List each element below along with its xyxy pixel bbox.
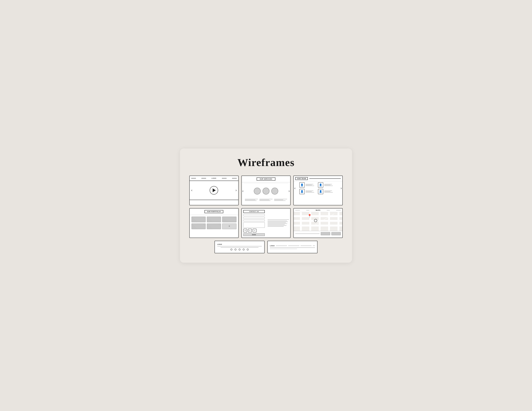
wf2-line xyxy=(245,200,255,200)
wf2-line xyxy=(245,199,258,199)
page-title: Wireframes xyxy=(189,156,343,169)
wf3-arrow-right[interactable]: › xyxy=(341,186,342,190)
wireframe-footer-2: LOGO xyxy=(267,241,317,253)
wf6-footer-btn-2[interactable] xyxy=(332,232,341,235)
wf2-arrow-left[interactable]: ‹ xyxy=(242,189,244,193)
wf1-arrow-right[interactable]: › xyxy=(236,188,237,192)
footer2-nav-line-4 xyxy=(313,245,315,246)
wf1-footer xyxy=(190,200,238,203)
wf2-arrow-right[interactable]: › xyxy=(288,189,290,193)
wf2-line xyxy=(274,199,287,199)
footer2-logo: LOGO xyxy=(270,245,275,246)
wf2-line xyxy=(259,199,273,199)
wf3-member-lines-2 xyxy=(324,184,333,186)
wf3-header: OUR TEAM xyxy=(294,176,342,181)
wf1-arrow-left[interactable]: ‹ xyxy=(191,188,192,192)
person-icon-3: 👤 xyxy=(300,190,304,193)
footer1-dots-row xyxy=(230,249,249,250)
footer2-nav-lines xyxy=(276,245,315,246)
wf3-avatar-3: 👤 xyxy=(299,189,305,194)
wf4-item-2[interactable] xyxy=(207,217,221,222)
wf2-col-3 xyxy=(274,199,287,201)
wf6-footer-line xyxy=(295,234,320,234)
map-pin-icon: 📍 xyxy=(307,214,312,218)
wf4-add-button[interactable]: + xyxy=(222,224,236,229)
footer2-top: LOGO xyxy=(270,245,315,246)
nav-line-1 xyxy=(191,178,196,178)
wf5-right-line-2 xyxy=(267,221,287,221)
wf5-input-2[interactable] xyxy=(243,217,265,219)
wf3-body: ‹ 👤 👤 xyxy=(294,181,342,195)
map-location-circle xyxy=(314,219,317,222)
wf3-role-line xyxy=(306,191,312,192)
wireframes-bottom-row: LOGO LOGO xyxy=(189,241,343,253)
wf5-input-3[interactable] xyxy=(243,220,265,221)
footer2-nav-line-3 xyxy=(301,245,312,246)
wf6-map-body: 📍 xyxy=(294,212,342,231)
person-icon-4: 👤 xyxy=(319,190,322,193)
wf3-desc-line xyxy=(306,192,314,193)
wf6-map-content: 📍 xyxy=(294,212,342,231)
wireframe-contact-us: CONTACT US f t i SEND xyxy=(241,208,291,238)
wf3-arrow-left[interactable]: ‹ xyxy=(294,186,295,190)
wf4-hatch-5 xyxy=(207,224,221,229)
wf6-header-line-right xyxy=(336,210,341,210)
footer1-dot-5 xyxy=(247,249,249,250)
facebook-icon[interactable]: f xyxy=(243,229,247,233)
wf5-title: CONTACT US xyxy=(243,210,265,213)
wf3-role-line xyxy=(324,191,331,192)
wf6-header-line-left xyxy=(295,210,300,210)
wf4-item-1[interactable] xyxy=(191,217,206,222)
wf5-input-1[interactable] xyxy=(243,214,265,216)
wf3-role-line xyxy=(306,185,312,185)
wf3-avatar-4: 👤 xyxy=(318,189,323,194)
footer1-dot-2 xyxy=(235,249,237,250)
wf2-title: OUR SERVICES xyxy=(256,177,276,181)
wf3-member-1: 👤 xyxy=(299,182,316,188)
wf5-right-line-3 xyxy=(267,222,288,222)
wf4-hatch-3 xyxy=(222,217,236,222)
wf4-title: OUR PORTFOLIO xyxy=(205,210,223,213)
wf5-right-panel xyxy=(266,208,290,238)
footer2-nav-line-1 xyxy=(276,245,287,246)
wf1-body: ‹ › xyxy=(190,181,238,200)
wf2-service-circle-2 xyxy=(263,188,269,195)
map-road-v4 xyxy=(328,212,330,231)
wf4-item-4[interactable] xyxy=(191,224,206,229)
wf2-body: ‹ › xyxy=(242,183,290,199)
person-icon-2: 👤 xyxy=(319,183,322,186)
wf6-header-line-2 xyxy=(306,210,309,210)
wf6-header-line-3 xyxy=(327,210,330,210)
wf4-item-3[interactable] xyxy=(222,217,236,222)
nav-line-3 xyxy=(222,178,227,178)
wf1-play-button[interactable] xyxy=(210,186,218,195)
map-road-v1 xyxy=(300,212,302,231)
wf3-member-lines-3 xyxy=(306,191,314,193)
wf3-name-line xyxy=(324,184,332,184)
wf2-line xyxy=(274,200,283,200)
wf5-textarea[interactable] xyxy=(243,222,265,228)
wf5-left-panel: CONTACT US f t i SEND xyxy=(242,208,266,238)
wireframe-video-slider: LOGO ‹ › xyxy=(189,176,239,205)
wf3-desc-line xyxy=(324,186,333,186)
footer1-sub-line xyxy=(221,247,258,248)
instagram-icon[interactable]: i xyxy=(253,229,256,233)
wireframe-our-portfolio: OUR PORTFOLIO + xyxy=(189,208,239,238)
wf2-header: OUR SERVICES xyxy=(242,176,290,182)
wf4-hatch-1 xyxy=(192,217,205,222)
nav-line-4 xyxy=(232,178,237,178)
wf5-send-button[interactable]: SEND xyxy=(243,233,265,236)
wf2-service-circle-1 xyxy=(254,188,261,195)
wf2-service-circle-3 xyxy=(271,188,278,195)
wf2-line xyxy=(274,200,286,201)
footer1-dot-4 xyxy=(243,249,245,250)
wf4-item-5[interactable] xyxy=(207,224,221,229)
wf6-footer-btn-1[interactable] xyxy=(321,232,330,235)
wf4-hatch-2 xyxy=(207,217,221,222)
wf3-desc-line xyxy=(306,186,314,186)
twitter-icon[interactable]: t xyxy=(248,229,252,233)
wf3-member-3: 👤 xyxy=(299,189,316,194)
nav-line-2 xyxy=(201,178,206,178)
play-triangle-icon xyxy=(213,188,216,192)
wf3-team-grid: 👤 👤 xyxy=(299,182,335,194)
